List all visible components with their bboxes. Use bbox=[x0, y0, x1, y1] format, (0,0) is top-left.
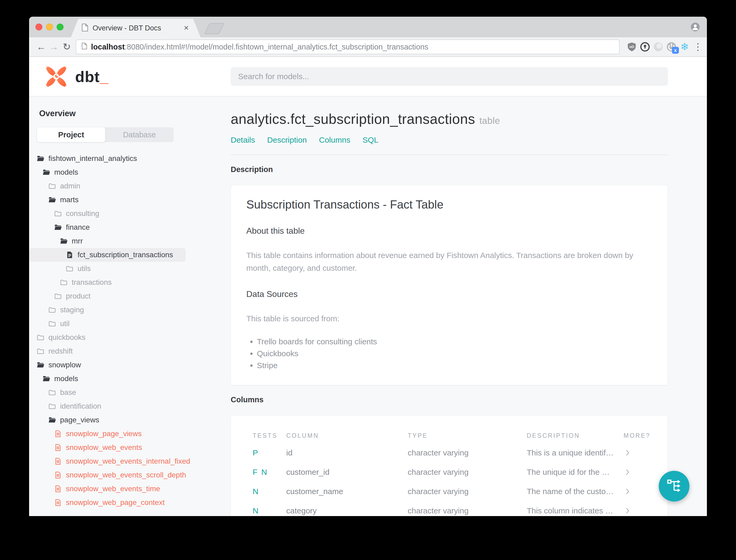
tree-item-models[interactable]: models bbox=[29, 372, 186, 386]
tree-item-base[interactable]: base bbox=[29, 386, 186, 399]
expand-chevron-icon[interactable] bbox=[624, 449, 645, 456]
column-type: character varying bbox=[408, 506, 527, 515]
tree-item-util[interactable]: util bbox=[29, 317, 186, 331]
tree-item-label: snowplow_web_page_context bbox=[66, 498, 165, 507]
tree-item-snowplow[interactable]: snowplow bbox=[29, 358, 186, 372]
description-card: Subscription Transactions - Fact Table A… bbox=[231, 185, 668, 385]
column-row-id[interactable]: Pidcharacter varyingThis is a unique ide… bbox=[253, 443, 645, 462]
address-bar[interactable]: localhost:8080/index.html#!/model/model.… bbox=[76, 39, 620, 54]
column-row-category[interactable]: Ncategorycharacter varyingThis column in… bbox=[253, 501, 645, 516]
tree-item-snowplow_web_page_context[interactable]: snowplow_web_page_context bbox=[29, 496, 186, 509]
folder-open-icon bbox=[42, 375, 50, 383]
nav-link-columns[interactable]: Columns bbox=[319, 136, 350, 144]
expand-chevron-icon[interactable] bbox=[624, 488, 645, 495]
dbt-logo[interactable]: dbt_ bbox=[29, 64, 231, 89]
browser-profile-avatar[interactable] bbox=[690, 22, 700, 32]
sidebar-overview-label[interactable]: Overview bbox=[39, 109, 231, 118]
nav-link-details[interactable]: Details bbox=[231, 136, 255, 144]
browser-tab[interactable]: Overview - DBT Docs ✕ bbox=[71, 19, 201, 37]
tree-item-product[interactable]: product bbox=[29, 289, 186, 303]
tree-item-page_views[interactable]: page_views bbox=[29, 413, 186, 427]
main-content: analytics.fct_subscription_transactionst… bbox=[231, 97, 707, 516]
about-heading: About this table bbox=[246, 226, 652, 236]
tree-item-snowplow_web_events_internal_fixed[interactable]: snowplow_web_events_internal_fixed bbox=[29, 454, 186, 468]
folder-closed-icon bbox=[54, 292, 62, 300]
column-type: character varying bbox=[408, 448, 527, 457]
onepassword-extension-icon[interactable] bbox=[639, 41, 651, 53]
reload-button[interactable]: ↻ bbox=[60, 41, 73, 52]
disabled-extension-icon[interactable] bbox=[652, 41, 664, 53]
snowflake-extension-icon[interactable]: ❄ bbox=[679, 41, 690, 53]
expand-chevron-icon[interactable] bbox=[624, 469, 645, 476]
folder-closed-icon bbox=[54, 210, 62, 218]
tree-item-label: transactions bbox=[72, 278, 112, 287]
tab-close-icon[interactable]: ✕ bbox=[184, 24, 189, 32]
tree-item-marts[interactable]: marts bbox=[29, 193, 186, 207]
column-header-column: COLUMN bbox=[286, 432, 408, 439]
tree-item-identification[interactable]: identification bbox=[29, 399, 186, 413]
back-button[interactable]: ← bbox=[35, 41, 48, 52]
power-extension-icon[interactable]: x bbox=[666, 41, 677, 53]
tree-item-label: finance bbox=[66, 223, 90, 232]
svg-text:uO: uO bbox=[629, 45, 634, 49]
url-path: :8080/index.html#!/model/model.fishtown_… bbox=[125, 43, 428, 51]
tree-item-snowplow_web_events_time[interactable]: snowplow_web_events_time bbox=[29, 482, 186, 496]
lineage-icon bbox=[666, 478, 682, 494]
tree-item-label: utils bbox=[78, 264, 91, 273]
tree-item-admin[interactable]: admin bbox=[29, 179, 186, 193]
browser-window: Overview - DBT Docs ✕ ← → ↻ localho bbox=[29, 17, 707, 516]
tree-item-transactions[interactable]: transactions bbox=[29, 276, 186, 289]
column-row-customer_id[interactable]: F Ncustomer_idcharacter varyingThe uniqu… bbox=[253, 462, 645, 482]
close-window-button[interactable] bbox=[35, 24, 42, 30]
tree-item-finance[interactable]: finance bbox=[29, 220, 186, 234]
sources-heading: Data Sources bbox=[246, 289, 652, 299]
sources-list: Trello boards for consulting clientsQuic… bbox=[246, 336, 652, 371]
column-header-type: TYPE bbox=[408, 432, 527, 439]
browser-menu-icon[interactable]: ⋮ bbox=[693, 41, 701, 52]
tree-item-label: redshift bbox=[48, 347, 73, 355]
minimize-window-button[interactable] bbox=[46, 24, 53, 30]
lineage-graph-button[interactable] bbox=[659, 471, 689, 502]
tree-item-snowplow_web_events[interactable]: snowplow_web_events bbox=[29, 441, 186, 454]
column-name: id bbox=[286, 448, 408, 457]
tab-title: Overview - DBT Docs bbox=[93, 24, 179, 32]
search-input[interactable] bbox=[231, 67, 668, 86]
tree-item-snowplow_web_events_scroll_depth[interactable]: snowplow_web_events_scroll_depth bbox=[29, 468, 186, 482]
sidebar: Overview Project Database fishtown_inter… bbox=[29, 97, 231, 516]
url-doc-icon bbox=[82, 42, 87, 52]
tab-database[interactable]: Database bbox=[105, 127, 174, 142]
ublock-extension-icon[interactable]: uO bbox=[626, 41, 638, 53]
tree-item-label: snowplow_web_events_internal_fixed bbox=[66, 457, 190, 466]
tree-item-mrr[interactable]: mrr bbox=[29, 234, 186, 248]
column-type: character varying bbox=[408, 487, 527, 496]
columns-card: TESTSCOLUMNTYPEDESCRIPTIONMORE? Pidchara… bbox=[231, 415, 668, 516]
tests-badge: P bbox=[253, 448, 286, 457]
nav-link-description[interactable]: Description bbox=[267, 136, 307, 144]
forward-button[interactable]: → bbox=[48, 41, 60, 52]
tree-item-fishtown_internal_analytics[interactable]: fishtown_internal_analytics bbox=[29, 152, 186, 165]
nav-link-sql[interactable]: SQL bbox=[363, 136, 378, 144]
folder-open-icon bbox=[48, 416, 56, 424]
tree-item-label: consulting bbox=[66, 209, 99, 218]
tree-item-redshift[interactable]: redshift bbox=[29, 344, 186, 358]
description-card-title: Subscription Transactions - Fact Table bbox=[246, 198, 652, 211]
folder-closed-icon bbox=[37, 347, 44, 355]
tree-item-utils[interactable]: utils bbox=[29, 262, 186, 276]
file-red-icon bbox=[54, 444, 62, 451]
dbt-wordmark: dbt_ bbox=[75, 68, 109, 85]
expand-chevron-icon[interactable] bbox=[624, 507, 645, 514]
tree-item-consulting[interactable]: consulting bbox=[29, 207, 186, 220]
file-tree: fishtown_internal_analyticsmodelsadminma… bbox=[29, 152, 231, 509]
column-description: This column indicates … bbox=[527, 506, 624, 515]
tree-item-models[interactable]: models bbox=[29, 165, 186, 179]
column-row-customer_name[interactable]: Ncustomer_namecharacter varyingThe name … bbox=[253, 482, 645, 501]
folder-open-icon bbox=[48, 196, 56, 204]
tree-item-snowplow_page_views[interactable]: snowplow_page_views bbox=[29, 427, 186, 441]
tree-item-staging[interactable]: staging bbox=[29, 303, 186, 317]
tree-item-fct_subscription_transactions[interactable]: fct_subscription_transactions bbox=[29, 248, 186, 262]
tab-project[interactable]: Project bbox=[37, 127, 105, 142]
tree-item-label: page_views bbox=[60, 416, 99, 424]
zoom-window-button[interactable] bbox=[57, 24, 64, 30]
new-tab-button[interactable] bbox=[204, 23, 224, 34]
tree-item-quickbooks[interactable]: quickbooks bbox=[29, 331, 186, 344]
